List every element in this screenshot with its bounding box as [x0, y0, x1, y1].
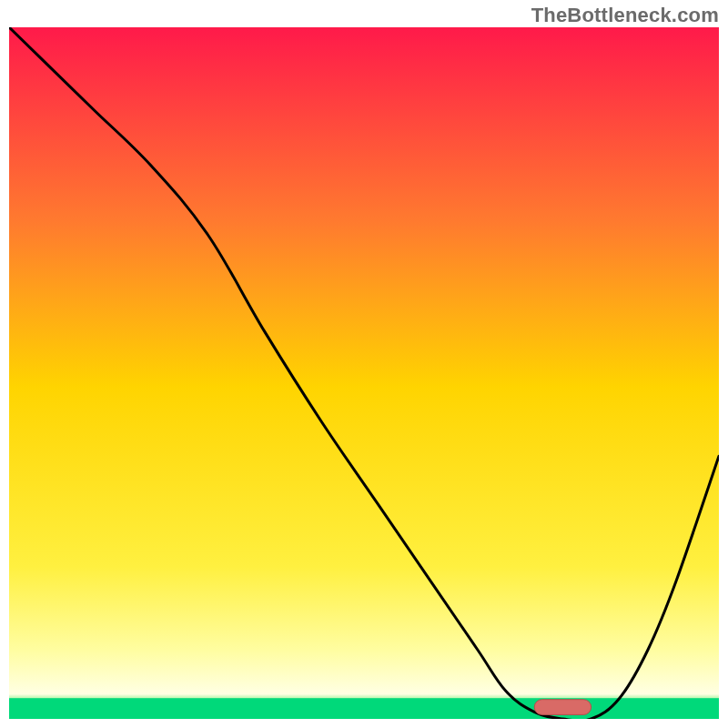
- plot-area: [9, 27, 719, 719]
- plot-svg: [9, 27, 719, 719]
- green-band: [9, 698, 719, 719]
- watermark-text: TheBottleneck.com: [531, 4, 719, 27]
- sweet-spot-marker: [534, 700, 591, 715]
- chart-frame: TheBottleneck.com: [0, 0, 728, 728]
